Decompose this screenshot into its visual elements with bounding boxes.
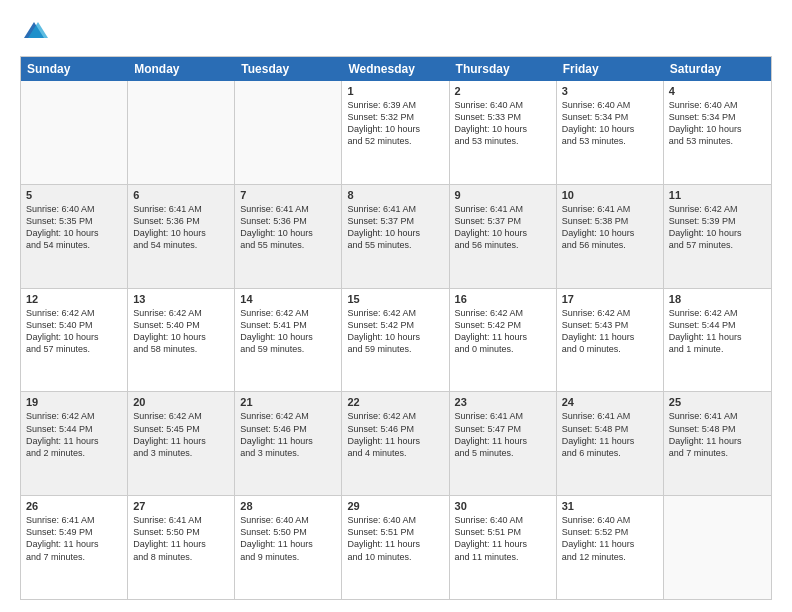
header-day-tuesday: Tuesday [235,57,342,81]
day-number: 26 [26,500,122,512]
day-info: Sunrise: 6:41 AMSunset: 5:37 PMDaylight:… [347,203,443,252]
calendar: SundayMondayTuesdayWednesdayThursdayFrid… [20,56,772,600]
calendar-cell-16: 16Sunrise: 6:42 AMSunset: 5:42 PMDayligh… [450,289,557,392]
day-number: 3 [562,85,658,97]
day-number: 18 [669,293,766,305]
day-info: Sunrise: 6:42 AMSunset: 5:42 PMDaylight:… [455,307,551,356]
header-day-thursday: Thursday [450,57,557,81]
header-day-saturday: Saturday [664,57,771,81]
day-info: Sunrise: 6:41 AMSunset: 5:38 PMDaylight:… [562,203,658,252]
day-number: 7 [240,189,336,201]
calendar-cell-empty-0-0 [21,81,128,184]
calendar-cell-1: 1Sunrise: 6:39 AMSunset: 5:32 PMDaylight… [342,81,449,184]
calendar-body: 1Sunrise: 6:39 AMSunset: 5:32 PMDaylight… [21,81,771,599]
day-info: Sunrise: 6:40 AMSunset: 5:33 PMDaylight:… [455,99,551,148]
day-info: Sunrise: 6:42 AMSunset: 5:39 PMDaylight:… [669,203,766,252]
calendar-cell-15: 15Sunrise: 6:42 AMSunset: 5:42 PMDayligh… [342,289,449,392]
calendar-cell-7: 7Sunrise: 6:41 AMSunset: 5:36 PMDaylight… [235,185,342,288]
calendar-cell-14: 14Sunrise: 6:42 AMSunset: 5:41 PMDayligh… [235,289,342,392]
header-day-wednesday: Wednesday [342,57,449,81]
day-info: Sunrise: 6:41 AMSunset: 5:36 PMDaylight:… [240,203,336,252]
calendar-row-0: 1Sunrise: 6:39 AMSunset: 5:32 PMDaylight… [21,81,771,184]
calendar-cell-18: 18Sunrise: 6:42 AMSunset: 5:44 PMDayligh… [664,289,771,392]
calendar-cell-31: 31Sunrise: 6:40 AMSunset: 5:52 PMDayligh… [557,496,664,599]
calendar-cell-24: 24Sunrise: 6:41 AMSunset: 5:48 PMDayligh… [557,392,664,495]
day-number: 20 [133,396,229,408]
calendar-cell-13: 13Sunrise: 6:42 AMSunset: 5:40 PMDayligh… [128,289,235,392]
day-number: 30 [455,500,551,512]
calendar-header: SundayMondayTuesdayWednesdayThursdayFrid… [21,57,771,81]
day-number: 13 [133,293,229,305]
day-info: Sunrise: 6:41 AMSunset: 5:50 PMDaylight:… [133,514,229,563]
calendar-cell-10: 10Sunrise: 6:41 AMSunset: 5:38 PMDayligh… [557,185,664,288]
day-number: 25 [669,396,766,408]
day-number: 4 [669,85,766,97]
header [20,18,772,46]
calendar-cell-17: 17Sunrise: 6:42 AMSunset: 5:43 PMDayligh… [557,289,664,392]
day-number: 2 [455,85,551,97]
day-info: Sunrise: 6:42 AMSunset: 5:40 PMDaylight:… [26,307,122,356]
calendar-cell-25: 25Sunrise: 6:41 AMSunset: 5:48 PMDayligh… [664,392,771,495]
day-info: Sunrise: 6:42 AMSunset: 5:41 PMDaylight:… [240,307,336,356]
calendar-row-1: 5Sunrise: 6:40 AMSunset: 5:35 PMDaylight… [21,184,771,288]
day-info: Sunrise: 6:42 AMSunset: 5:46 PMDaylight:… [347,410,443,459]
calendar-cell-30: 30Sunrise: 6:40 AMSunset: 5:51 PMDayligh… [450,496,557,599]
day-info: Sunrise: 6:40 AMSunset: 5:50 PMDaylight:… [240,514,336,563]
day-info: Sunrise: 6:42 AMSunset: 5:46 PMDaylight:… [240,410,336,459]
calendar-cell-22: 22Sunrise: 6:42 AMSunset: 5:46 PMDayligh… [342,392,449,495]
calendar-cell-8: 8Sunrise: 6:41 AMSunset: 5:37 PMDaylight… [342,185,449,288]
calendar-cell-11: 11Sunrise: 6:42 AMSunset: 5:39 PMDayligh… [664,185,771,288]
day-number: 28 [240,500,336,512]
day-number: 27 [133,500,229,512]
calendar-cell-4: 4Sunrise: 6:40 AMSunset: 5:34 PMDaylight… [664,81,771,184]
calendar-row-4: 26Sunrise: 6:41 AMSunset: 5:49 PMDayligh… [21,495,771,599]
day-number: 19 [26,396,122,408]
calendar-cell-12: 12Sunrise: 6:42 AMSunset: 5:40 PMDayligh… [21,289,128,392]
day-number: 24 [562,396,658,408]
calendar-cell-empty-0-2 [235,81,342,184]
calendar-row-3: 19Sunrise: 6:42 AMSunset: 5:44 PMDayligh… [21,391,771,495]
day-number: 1 [347,85,443,97]
day-number: 21 [240,396,336,408]
day-number: 5 [26,189,122,201]
day-info: Sunrise: 6:39 AMSunset: 5:32 PMDaylight:… [347,99,443,148]
day-info: Sunrise: 6:42 AMSunset: 5:44 PMDaylight:… [669,307,766,356]
day-number: 12 [26,293,122,305]
header-day-friday: Friday [557,57,664,81]
calendar-cell-empty-0-1 [128,81,235,184]
day-info: Sunrise: 6:40 AMSunset: 5:35 PMDaylight:… [26,203,122,252]
day-info: Sunrise: 6:41 AMSunset: 5:49 PMDaylight:… [26,514,122,563]
day-info: Sunrise: 6:40 AMSunset: 5:34 PMDaylight:… [669,99,766,148]
day-number: 17 [562,293,658,305]
day-info: Sunrise: 6:40 AMSunset: 5:51 PMDaylight:… [455,514,551,563]
day-info: Sunrise: 6:40 AMSunset: 5:34 PMDaylight:… [562,99,658,148]
calendar-cell-3: 3Sunrise: 6:40 AMSunset: 5:34 PMDaylight… [557,81,664,184]
day-number: 31 [562,500,658,512]
day-info: Sunrise: 6:42 AMSunset: 5:44 PMDaylight:… [26,410,122,459]
day-number: 14 [240,293,336,305]
day-number: 15 [347,293,443,305]
calendar-cell-28: 28Sunrise: 6:40 AMSunset: 5:50 PMDayligh… [235,496,342,599]
day-number: 10 [562,189,658,201]
calendar-cell-empty-4-6 [664,496,771,599]
day-info: Sunrise: 6:41 AMSunset: 5:48 PMDaylight:… [562,410,658,459]
day-number: 22 [347,396,443,408]
calendar-cell-29: 29Sunrise: 6:40 AMSunset: 5:51 PMDayligh… [342,496,449,599]
day-info: Sunrise: 6:40 AMSunset: 5:51 PMDaylight:… [347,514,443,563]
day-info: Sunrise: 6:42 AMSunset: 5:42 PMDaylight:… [347,307,443,356]
day-number: 6 [133,189,229,201]
calendar-cell-5: 5Sunrise: 6:40 AMSunset: 5:35 PMDaylight… [21,185,128,288]
day-number: 8 [347,189,443,201]
day-info: Sunrise: 6:41 AMSunset: 5:37 PMDaylight:… [455,203,551,252]
calendar-cell-27: 27Sunrise: 6:41 AMSunset: 5:50 PMDayligh… [128,496,235,599]
calendar-row-2: 12Sunrise: 6:42 AMSunset: 5:40 PMDayligh… [21,288,771,392]
day-info: Sunrise: 6:42 AMSunset: 5:43 PMDaylight:… [562,307,658,356]
calendar-cell-20: 20Sunrise: 6:42 AMSunset: 5:45 PMDayligh… [128,392,235,495]
calendar-cell-26: 26Sunrise: 6:41 AMSunset: 5:49 PMDayligh… [21,496,128,599]
day-info: Sunrise: 6:41 AMSunset: 5:48 PMDaylight:… [669,410,766,459]
page: SundayMondayTuesdayWednesdayThursdayFrid… [0,0,792,612]
day-number: 29 [347,500,443,512]
day-info: Sunrise: 6:42 AMSunset: 5:40 PMDaylight:… [133,307,229,356]
day-info: Sunrise: 6:41 AMSunset: 5:47 PMDaylight:… [455,410,551,459]
day-info: Sunrise: 6:42 AMSunset: 5:45 PMDaylight:… [133,410,229,459]
